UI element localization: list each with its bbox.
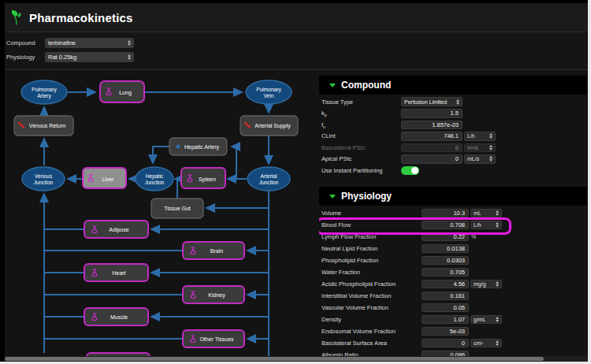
stepper-icon	[128, 54, 131, 60]
node-kidney[interactable]: Kidney	[183, 286, 244, 303]
row-neutral-lipid-fraction: Neutral Lipid Fraction 0.0138	[319, 243, 587, 254]
node-spleen[interactable]: Spleen	[181, 168, 225, 188]
page-title: Pharmacokinetics	[29, 11, 133, 24]
water-fraction-field[interactable]: 0.705	[422, 268, 469, 277]
apical-pstc-unit-select[interactable]: mL/s	[464, 154, 496, 164]
kp-field[interactable]: 1.5	[401, 109, 463, 118]
svg-text:Artery: Artery	[37, 93, 51, 99]
stepper-icon	[128, 40, 131, 46]
basolateral-surface-area-field[interactable]: 0	[422, 339, 469, 348]
basolateral-pstc-field: 0	[401, 143, 463, 153]
node-hepatic-junction[interactable]: Hepatic Junction	[136, 167, 173, 191]
compound-section-header[interactable]: Compound	[319, 76, 587, 95]
node-brain[interactable]: Brain	[183, 242, 244, 259]
node-tissue-gut[interactable]: Tissue Gut	[151, 199, 203, 218]
tissue-type-select[interactable]: Perfusion Limited	[401, 97, 463, 106]
svg-text:Arterial Supply: Arterial Supply	[255, 123, 291, 129]
compound-section-title: Compound	[341, 80, 391, 91]
stepper-icon	[496, 317, 499, 322]
phospholipid-fraction-field[interactable]: 0.0303	[422, 256, 469, 266]
density-field[interactable]: 1.07	[422, 315, 469, 325]
svg-text:Vein: Vein	[264, 93, 274, 98]
node-arterial-junction[interactable]: Arterial Junction	[247, 167, 290, 191]
physiology-section-header[interactable]: Physiology	[319, 187, 587, 206]
apical-pstc-field[interactable]: 0	[401, 154, 463, 164]
neutral-lipid-fraction-field[interactable]: 0.0138	[422, 244, 469, 254]
row-kp: kp 1.5	[319, 108, 587, 120]
row-clint: CLint 746.1 L/h	[319, 131, 587, 143]
blood-flow-unit-select[interactable]: L/h	[470, 221, 502, 230]
app-logo-icon	[9, 9, 25, 26]
node-muscle[interactable]: Muscle	[84, 308, 148, 325]
svg-text:Hepatic Artery: Hepatic Artery	[184, 144, 219, 150]
svg-text:Liver: Liver	[102, 176, 114, 182]
node-hepatic-artery[interactable]: Hepatic Artery	[169, 138, 227, 155]
compound-panel: Compound Tissue Type Perfusion Limited k…	[319, 76, 587, 176]
svg-text:Heart: Heart	[112, 270, 125, 276]
horizontal-scrollbar[interactable]	[5, 356, 588, 362]
stepper-icon	[456, 99, 459, 105]
svg-text:Pulmonary: Pulmonary	[256, 87, 281, 93]
stepper-icon	[496, 210, 499, 216]
collapse-icon	[329, 195, 336, 199]
node-pulmonary-vein[interactable]: Pulmonary Vein	[246, 80, 292, 104]
node-lung[interactable]: Lung	[100, 81, 144, 102]
app-window: Pharmacokinetics Compound terbinafine Ph…	[0, 0, 591, 364]
stepper-icon	[489, 133, 492, 139]
physiology-select-label: Physiology	[6, 54, 45, 61]
pbpk-diagram: Pulmonary Artery Pulmonary Vein Venous J…	[0, 69, 317, 356]
window-edge	[0, 0, 5, 364]
svg-text:Spleen: Spleen	[199, 176, 216, 183]
node-other-tissues[interactable]: Other Tissues	[183, 330, 244, 347]
svg-text:Other Tissues: Other Tissues	[199, 336, 234, 342]
clint-unit-select[interactable]: L/h	[464, 132, 496, 141]
node-venous-return[interactable]: Venous Return	[14, 116, 73, 136]
artery-icon	[177, 145, 180, 149]
blood-flow-field[interactable]: 0.708	[422, 221, 469, 230]
flow-lines	[44, 92, 269, 356]
physiology-selector-row: Physiology Rat 0.25kg	[6, 51, 134, 62]
node-venous-junction[interactable]: Venous Junction	[22, 167, 65, 191]
physiology-section-title: Physiology	[341, 191, 392, 202]
vascular-volume-fraction-field[interactable]: 0.05	[422, 303, 469, 313]
svg-text:Arterial: Arterial	[261, 173, 277, 179]
volume-field[interactable]: 10.3	[422, 209, 469, 218]
endosomal-volume-fraction-field[interactable]: 5e-03	[422, 327, 469, 336]
node-liver[interactable]: Liver	[83, 168, 126, 188]
instant-partitioning-toggle[interactable]	[401, 166, 419, 175]
interstitial-volume-fraction-field[interactable]: 0.161	[422, 292, 469, 301]
compound-select[interactable]: terbinafine	[45, 38, 134, 48]
fu-field[interactable]: 1.857e-03	[401, 121, 463, 130]
svg-text:Junction: Junction	[145, 180, 165, 185]
density-unit-select[interactable]: g/mL	[470, 315, 502, 325]
model-selectors: Compound terbinafine Physiology Rat 0.25…	[5, 32, 588, 69]
row-basolateral-surface-area: Basolateral Surface Area 0 cm²	[319, 337, 587, 349]
row-lymph-flow-fraction: Lymph Flow Fraction 0.22 %	[319, 231, 587, 243]
acidic-phospholipid-unit-select[interactable]: mg/g	[470, 280, 502, 289]
node-pulmonary-artery[interactable]: Pulmonary Artery	[21, 80, 67, 104]
svg-text:Lung: Lung	[119, 90, 132, 96]
row-vascular-volume-fraction: Vascular Volume Fraction 0.05	[319, 302, 587, 314]
row-fu: fu 1.857e-03	[319, 119, 587, 131]
basolateral-surface-area-unit-select[interactable]: cm²	[470, 339, 502, 348]
row-blood-flow: Blood Flow 0.708 L/h	[319, 219, 587, 231]
node-adipose[interactable]: Adipose	[84, 221, 148, 238]
lymph-flow-fraction-field[interactable]: 0.22	[422, 232, 469, 242]
clint-field[interactable]: 746.1	[401, 132, 463, 141]
svg-text:Brain: Brain	[210, 248, 223, 254]
row-tissue-type: Tissue Type Perfusion Limited	[319, 96, 587, 108]
stepper-icon	[489, 156, 492, 162]
window-edge	[0, 0, 591, 3]
acidic-phospholipid-fraction-field[interactable]: 4.56	[422, 280, 469, 289]
physiology-select[interactable]: Rat 0.25kg	[45, 52, 134, 62]
svg-text:Kidney: Kidney	[208, 292, 225, 299]
node-arterial-supply[interactable]: Arterial Supply	[240, 116, 298, 136]
row-water-fraction: Water Fraction 0.705	[319, 266, 587, 278]
svg-text:Muscle: Muscle	[110, 314, 128, 320]
svg-text:Venous: Venous	[35, 173, 53, 179]
volume-unit-select[interactable]: mL	[470, 209, 502, 218]
scrollbar-thumb[interactable]	[5, 357, 544, 361]
svg-text:Pulmonary: Pulmonary	[32, 87, 57, 93]
node-heart[interactable]: Heart	[84, 264, 148, 281]
svg-text:Tissue Gut: Tissue Gut	[164, 206, 191, 211]
